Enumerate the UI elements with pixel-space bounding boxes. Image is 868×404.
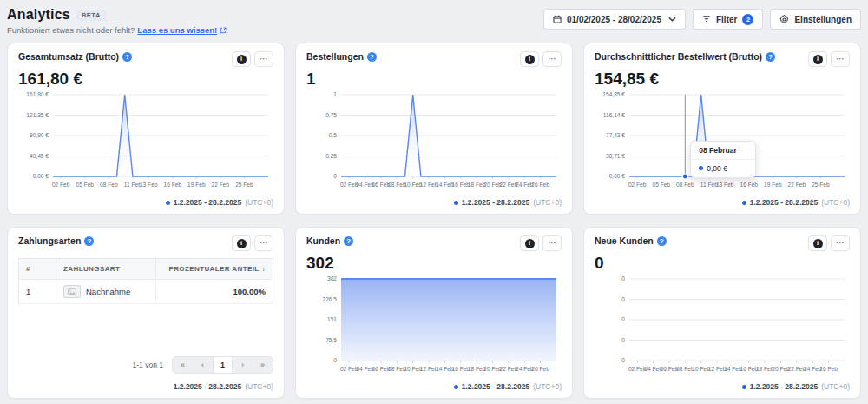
avg-order-value: 154,85 €: [595, 70, 850, 89]
svg-text:05 Feb: 05 Feb: [652, 182, 670, 188]
column-share-sortable[interactable]: PROZENTUALER ANTEIL↓: [156, 259, 273, 280]
cards-grid: Gesamtumsatz (Brutto) ? i ⋯ 161,80 € 161…: [7, 43, 861, 399]
svg-text:0: 0: [621, 316, 625, 322]
toolbar: 01/02/2025 - 28/02/2025 Filter 2 Einstel…: [543, 9, 861, 30]
svg-text:08 Feb: 08 Feb: [100, 182, 118, 188]
card-payments-title: Zahlungsarten ?: [18, 235, 94, 246]
svg-text:1: 1: [333, 91, 337, 97]
analytics-page: Analytics BETA Funktioniert etwas nicht …: [0, 0, 868, 399]
svg-text:22 Feb: 22 Feb: [788, 182, 806, 188]
date-range-button[interactable]: 01/02/2025 - 28/02/2025: [543, 9, 686, 30]
help-icon[interactable]: ?: [84, 236, 94, 246]
filter-button[interactable]: Filter 2: [693, 9, 763, 30]
next-page-button[interactable]: ›: [233, 357, 253, 373]
new-customers-value: 0: [595, 254, 850, 273]
card-new-customers: Neue Kunden ? i ⋯ 0 0000002 Feb04 Feb06 …: [583, 227, 861, 399]
svg-text:16 Feb: 16 Feb: [740, 182, 759, 188]
help-icon[interactable]: ?: [122, 52, 132, 62]
svg-text:13 Feb: 13 Feb: [140, 182, 158, 188]
topbar-left: Analytics BETA Funktioniert etwas nicht …: [7, 7, 227, 35]
page-title: Analytics: [7, 7, 70, 23]
card-orders: Bestellungen ? i ⋯ 1 10.750.50.25002 Feb…: [295, 43, 573, 215]
svg-text:25 Feb: 25 Feb: [235, 182, 253, 188]
chart-legend: 1.2.2025 - 28.2.2025(UTC+0): [306, 198, 562, 207]
info-button[interactable]: i: [808, 51, 827, 67]
svg-text:121,35 €: 121,35 €: [26, 112, 49, 118]
column-rank: #: [19, 259, 56, 280]
avg-order-chart[interactable]: 154,85 €116,14 €77,43 €38,71 €0,00 €02 F…: [595, 90, 850, 189]
chevron-down-icon: [668, 17, 676, 22]
help-icon[interactable]: ?: [344, 236, 353, 246]
pagination: 1-1 von 1 « ‹ 1 › »: [18, 356, 273, 379]
context-menu-button[interactable]: ⋯: [542, 235, 562, 251]
svg-text:22 Feb: 22 Feb: [212, 182, 230, 188]
info-icon: i: [237, 239, 247, 248]
row-rank: 1: [19, 280, 56, 304]
help-icon[interactable]: ?: [657, 236, 667, 246]
customers-chart[interactable]: 302226.515175.5002 Feb04 Feb06 Feb08 Feb…: [306, 275, 562, 374]
svg-text:77,43 €: 77,43 €: [606, 132, 625, 138]
card-orders-title: Bestellungen ?: [306, 51, 377, 62]
svg-text:0,00 €: 0,00 €: [609, 173, 626, 179]
svg-text:19 Feb: 19 Feb: [187, 182, 206, 188]
settings-button[interactable]: Einstellungen: [770, 9, 861, 30]
info-button[interactable]: i: [808, 235, 827, 251]
new-customers-chart[interactable]: 0000002 Feb04 Feb06 Feb08 Feb10 Feb12 Fe…: [595, 275, 850, 374]
info-button[interactable]: i: [232, 235, 251, 251]
card-new-customers-title: Neue Kunden ?: [595, 235, 667, 246]
ellipsis-icon: ⋯: [260, 239, 268, 248]
context-menu-button[interactable]: ⋯: [831, 235, 850, 251]
row-payment-method: Nachnahme: [56, 280, 156, 304]
external-link-icon: [220, 27, 227, 34]
info-button[interactable]: i: [520, 51, 539, 67]
feedback-link[interactable]: Lass es uns wissen!: [137, 25, 217, 35]
row-share: 100.00%: [156, 280, 273, 304]
svg-text:05 Feb: 05 Feb: [76, 182, 94, 188]
svg-text:0.25: 0.25: [326, 153, 337, 159]
filter-icon: [702, 15, 711, 23]
revenue-chart[interactable]: 161,80 €121,35 €80,90 €40,45 €0,00 €02 F…: [18, 90, 273, 189]
card-customers-title: Kunden ?: [306, 235, 353, 246]
last-page-button[interactable]: »: [253, 357, 273, 373]
info-icon: i: [813, 55, 823, 64]
context-menu-button[interactable]: ⋯: [542, 51, 562, 67]
first-page-button[interactable]: «: [173, 357, 193, 373]
prev-page-button[interactable]: ‹: [193, 357, 213, 373]
tooltip-value: 0,00 €: [707, 164, 727, 173]
current-page-button[interactable]: 1: [213, 357, 233, 373]
info-icon: i: [525, 55, 535, 64]
info-button[interactable]: i: [520, 235, 539, 251]
revenue-value: 161,80 €: [18, 70, 273, 89]
context-menu-button[interactable]: ⋯: [831, 51, 850, 67]
card-payment-methods: Zahlungsarten ? i ⋯ # ZAHLUNGSART PROZEN…: [7, 227, 285, 399]
ellipsis-icon: ⋯: [260, 55, 268, 63]
info-button[interactable]: i: [232, 51, 251, 67]
card-revenue: Gesamtumsatz (Brutto) ? i ⋯ 161,80 € 161…: [7, 43, 285, 215]
filter-count-badge: 2: [742, 14, 753, 25]
svg-text:0: 0: [621, 337, 625, 343]
help-icon[interactable]: ?: [766, 52, 775, 62]
orders-value: 1: [306, 70, 562, 89]
svg-text:25 Feb: 25 Feb: [812, 182, 830, 188]
svg-text:0: 0: [621, 296, 625, 302]
table-row: 1 Nachnahme 100.00%: [19, 280, 273, 304]
svg-text:161,80 €: 161,80 €: [26, 91, 49, 97]
context-menu-button[interactable]: ⋯: [254, 235, 273, 251]
orders-chart[interactable]: 10.750.50.25002 Feb04 Feb06 Feb08 Feb10 …: [306, 90, 562, 189]
help-icon[interactable]: ?: [367, 52, 377, 62]
svg-text:75.5: 75.5: [326, 337, 337, 343]
legend-dot: [166, 201, 170, 205]
ellipsis-icon: ⋯: [836, 55, 845, 63]
ellipsis-icon: ⋯: [548, 55, 556, 63]
ellipsis-icon: ⋯: [836, 239, 845, 248]
payment-methods-table: # ZAHLUNGSART PROZENTUALER ANTEIL↓ 1: [18, 258, 273, 304]
svg-text:0: 0: [621, 275, 625, 281]
context-menu-button[interactable]: ⋯: [254, 51, 273, 67]
svg-text:19 Feb: 19 Feb: [764, 182, 782, 188]
tooltip-dot: [699, 166, 703, 170]
svg-text:0.75: 0.75: [326, 112, 337, 118]
svg-text:0.5: 0.5: [329, 132, 337, 138]
svg-text:0: 0: [333, 357, 337, 363]
ellipsis-icon: ⋯: [548, 239, 556, 248]
card-avg-order-title: Durchschnittlicher Bestellwert (Brutto) …: [595, 51, 775, 62]
